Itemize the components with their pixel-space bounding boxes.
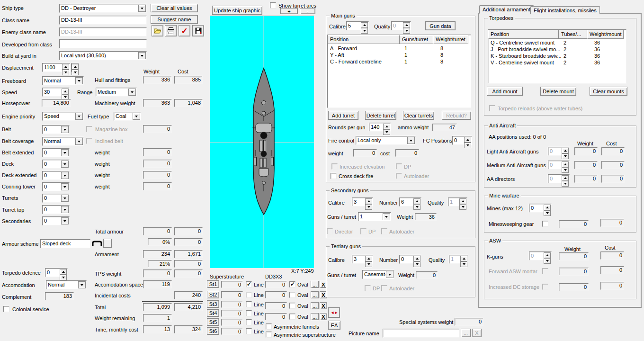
spin-down-icon[interactable] <box>365 204 372 210</box>
st4-line-checkbox[interactable] <box>246 310 252 316</box>
sg-number-stepper[interactable]: 6 <box>399 197 421 206</box>
chevron-down-icon[interactable] <box>75 77 83 84</box>
torpedo-row[interactable]: V - Centreline swivel mount 2 36 <box>488 60 631 65</box>
delete-turret-button[interactable]: Delete turret <box>365 111 396 120</box>
engine-priority-dropdown[interactable]: Speed <box>42 112 84 121</box>
spin-up-icon[interactable] <box>62 89 69 94</box>
chevron-down-icon[interactable] <box>138 5 146 12</box>
fc-positions-stepper[interactable]: 0 <box>452 136 472 145</box>
suggest-name-button[interactable]: Suggest name <box>151 15 198 24</box>
spin-up-icon[interactable] <box>62 64 69 70</box>
speed-stepper[interactable]: 30 <box>42 88 70 97</box>
chevron-down-icon[interactable] <box>383 213 390 220</box>
spin-down-icon[interactable] <box>544 210 551 216</box>
gun-data-button[interactable]: Gun data <box>425 21 456 30</box>
zoom-in-button[interactable]: + <box>280 8 298 14</box>
chevron-down-icon[interactable] <box>138 52 146 59</box>
torpedo-row[interactable]: K - Starboard broadside swiv... 2 36 <box>488 53 631 59</box>
mg-header-position[interactable]: Position <box>328 35 400 44</box>
tg-quality-stepper[interactable]: 1 <box>449 255 468 264</box>
zoom-out-button[interactable]: - <box>300 8 315 14</box>
st6-line-checkbox[interactable] <box>246 328 252 334</box>
fuel-type-dropdown[interactable]: Coal <box>114 112 141 121</box>
oval3-checkbox[interactable] <box>289 303 295 309</box>
show-turret-arcs-checkbox[interactable] <box>270 2 276 9</box>
sg-quality-stepper[interactable]: 1 <box>448 197 467 206</box>
oval2-browse-button[interactable]: ... <box>311 291 319 298</box>
spin-down-icon[interactable] <box>413 204 420 210</box>
spin-up-icon[interactable] <box>544 252 551 258</box>
torpedo-row[interactable]: Q - Centreline swivel mount 2 36 <box>488 40 631 45</box>
chevron-down-icon[interactable] <box>386 271 394 278</box>
spin-down-icon[interactable] <box>459 204 466 210</box>
freeboard-dropdown[interactable]: Normal <box>42 76 84 85</box>
displacement-stepper[interactable]: 1100 <box>42 63 70 72</box>
add-turret-button[interactable]: Add turret <box>328 111 358 120</box>
add-mount-button[interactable]: Add mount <box>487 87 523 96</box>
fire-control-dropdown[interactable]: Local only <box>356 136 416 145</box>
spin-down-icon[interactable] <box>365 261 372 267</box>
cross-deck-fire-checkbox[interactable] <box>331 173 337 179</box>
chevron-down-icon[interactable] <box>61 206 69 213</box>
spin-down-icon[interactable] <box>62 70 69 75</box>
tp-header-weight[interactable]: Weight/mount <box>587 30 624 39</box>
main-guns-row[interactable]: Y - Aft 1 8 <box>328 52 475 58</box>
mg-header-guns[interactable]: Guns/turret <box>400 35 433 44</box>
medium-aa-stepper[interactable]: 0 <box>548 161 570 170</box>
colonial-service-checkbox[interactable] <box>3 306 9 312</box>
spin-down-icon[interactable] <box>72 70 79 75</box>
tg-calibre-stepper[interactable]: 3 <box>352 255 373 264</box>
st2-button[interactable]: St2 <box>207 291 219 298</box>
chevron-down-icon[interactable] <box>128 89 136 96</box>
delete-mount-button[interactable]: Delete mount <box>540 87 576 96</box>
st3-button[interactable]: St3 <box>207 300 219 308</box>
spin-down-icon[interactable] <box>60 275 67 280</box>
spin-down-icon[interactable] <box>403 28 410 34</box>
ship-type-dropdown[interactable]: DD - Destroyer <box>59 4 147 13</box>
spin-up-icon[interactable] <box>361 22 368 28</box>
turrets-dropdown[interactable]: 0 <box>42 194 70 203</box>
belt-coverage-dropdown[interactable]: Normal <box>42 137 84 146</box>
tab-additional-armament[interactable]: Additional armament <box>479 5 534 14</box>
spin-up-icon[interactable] <box>562 175 569 181</box>
clear-turrets-button[interactable]: Clear turrets <box>403 111 434 120</box>
oval4-browse-button[interactable]: ... <box>311 313 319 320</box>
tp-header-position[interactable]: Position <box>488 30 559 39</box>
belt-dropdown[interactable]: 0 <box>42 125 70 134</box>
print-button[interactable] <box>165 25 177 36</box>
spin-up-icon[interactable] <box>464 137 471 143</box>
spin-up-icon[interactable] <box>365 256 372 261</box>
validate-button[interactable]: ✓ <box>179 25 190 36</box>
armour-scheme-button[interactable] <box>103 239 112 248</box>
build-yard-dropdown[interactable]: Local yard (30,500) <box>59 51 147 60</box>
oval1-browse-button[interactable]: ... <box>311 281 319 288</box>
spin-down-icon[interactable] <box>562 167 569 173</box>
light-aa-stepper[interactable]: 0 <box>548 147 570 156</box>
chevron-down-icon[interactable] <box>61 149 69 156</box>
spin-down-icon[interactable] <box>361 28 368 34</box>
main-guns-table-header[interactable]: Position Guns/turret Weight/turret <box>328 35 468 44</box>
spin-down-icon[interactable] <box>383 129 390 135</box>
kguns-stepper[interactable]: 0 <box>529 251 552 260</box>
spin-down-icon[interactable] <box>562 153 569 159</box>
mg-quality-stepper[interactable]: 0 <box>391 21 411 30</box>
asymmetric-funnels-checkbox[interactable] <box>266 323 272 330</box>
main-guns-row[interactable]: A - Forward 1 8 <box>328 45 475 51</box>
ship-graphic-canvas[interactable] <box>210 16 314 268</box>
oval1-checkbox[interactable] <box>289 281 295 287</box>
chevron-down-icon[interactable] <box>61 126 69 133</box>
chevron-down-icon[interactable] <box>75 138 83 145</box>
deck-extended-dropdown[interactable]: 0 <box>42 171 70 180</box>
spin-up-icon[interactable] <box>72 64 79 70</box>
range-dropdown[interactable]: Medium <box>96 88 137 97</box>
picture-name-input[interactable] <box>383 329 459 338</box>
picture-browse-button[interactable]: ... <box>461 329 471 337</box>
accomodation-dropdown[interactable]: Normal <box>46 280 87 289</box>
st1-button[interactable]: St1 <box>207 280 219 288</box>
chevron-down-icon[interactable] <box>61 195 69 202</box>
ea-button[interactable]: EA <box>328 321 340 330</box>
tp-header-tubes[interactable]: Tubes/... <box>559 30 587 39</box>
main-guns-row[interactable]: C - Forward centreline 1 8 <box>328 59 475 64</box>
displacement-extra-stepper[interactable] <box>71 63 79 72</box>
torpedo-defence-stepper[interactable]: 0 <box>45 268 68 277</box>
